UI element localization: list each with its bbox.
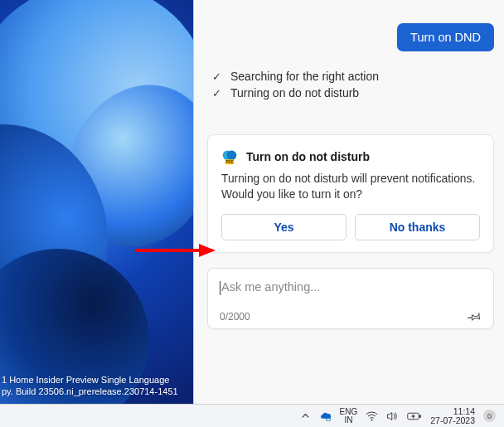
card-header: PRE Turn on do not disturb (221, 148, 480, 165)
char-counter: 0/2000 (220, 311, 250, 323)
status-text: Turning on do not disturb (230, 86, 359, 99)
yes-button[interactable]: Yes (221, 214, 346, 240)
notif-count: 0 (487, 412, 492, 420)
desktop-watermark: 1 Home Insider Preview Single Language p… (2, 374, 178, 397)
chat-input[interactable]: Ask me anything... (220, 280, 482, 302)
copilot-chat-panel: Turn on DND ✓ Searching for the right ac… (193, 0, 504, 404)
clock-date: 27-07-2023 (430, 416, 475, 425)
card-title: Turn on do not disturb (246, 150, 370, 163)
chat-input-placeholder: Ask me anything... (221, 280, 320, 294)
check-icon: ✓ (211, 70, 222, 83)
input-footer: 0/2000 (220, 310, 482, 323)
svg-text:PRE: PRE (225, 160, 233, 164)
copilot-pre-icon: PRE (221, 148, 238, 165)
svg-point-1 (227, 151, 237, 161)
check-icon: ✓ (211, 87, 222, 99)
status-item: ✓ Searching for the right action (211, 68, 494, 85)
text-caret (220, 281, 220, 295)
status-item: ✓ Turning on do not disturb (211, 85, 494, 101)
pin-icon[interactable] (466, 308, 485, 327)
tray-chevron-icon[interactable] (301, 411, 310, 420)
taskbar: ENG IN 11:14 27-07-2023 0 (0, 404, 504, 427)
svg-rect-9 (419, 415, 421, 418)
card-actions: Yes No thanks (221, 214, 480, 240)
status-list: ✓ Searching for the right action ✓ Turni… (211, 68, 494, 101)
battery-icon[interactable] (407, 412, 422, 420)
clock-time: 11:14 (453, 407, 475, 416)
language-indicator[interactable]: ENG IN (340, 408, 358, 425)
chat-input-area[interactable]: Ask me anything... 0/2000 (207, 268, 494, 329)
wifi-icon[interactable] (366, 411, 378, 421)
user-message-bubble[interactable]: Turn on DND (397, 23, 494, 51)
no-thanks-button[interactable]: No thanks (355, 214, 480, 240)
notification-center-button[interactable]: 0 (483, 410, 496, 422)
lang-top: ENG (340, 408, 358, 416)
watermark-line2: py. Build 23506.ni_prerelease.230714-145… (2, 386, 178, 397)
svg-point-7 (371, 419, 373, 420)
status-text: Searching for the right action (230, 70, 379, 83)
desktop-wallpaper: 1 Home Insider Preview Single Language p… (0, 0, 193, 404)
action-card: PRE Turn on do not disturb Turning on do… (207, 134, 494, 253)
lang-bot: IN (344, 416, 352, 425)
card-body: Turning on do not disturb will prevent n… (221, 172, 480, 202)
watermark-line1: 1 Home Insider Preview Single Language (2, 374, 178, 386)
clock[interactable]: 11:14 27-07-2023 (430, 407, 475, 425)
onedrive-icon[interactable] (318, 411, 332, 421)
volume-icon[interactable] (386, 411, 399, 421)
